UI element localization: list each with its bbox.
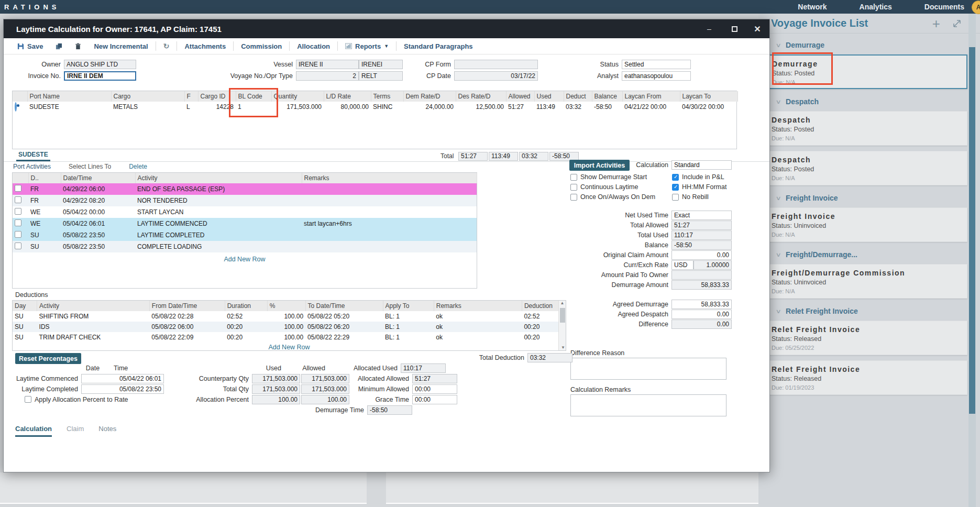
cargo-row[interactable]: SUDESTE METALS L 14228 1 171,503.000 80,…	[13, 102, 737, 112]
save-button[interactable]: Save	[11, 42, 49, 50]
col-f[interactable]: F	[184, 91, 198, 102]
col-laycan-from[interactable]: Laycan From	[622, 91, 680, 102]
deduction-row[interactable]: SUIDS 05/08/22 06:0000:20 100.0005/08/22…	[13, 322, 566, 332]
col-ld-rate[interactable]: L/D Rate	[324, 91, 371, 102]
dialog-titlebar[interactable]: Laytime Calculation for Owner: 17641, AP…	[4, 19, 769, 38]
col-ded-day[interactable]: Day	[13, 301, 37, 311]
sidebar-scrollbar[interactable]	[968, 14, 976, 507]
minimize-button[interactable]: –	[703, 24, 715, 34]
new-incremental-button[interactable]: New Incremental	[87, 42, 154, 50]
group-despatch[interactable]: ∨ Despatch	[758, 94, 980, 109]
grace-time-field[interactable]: 00:00	[412, 395, 457, 404]
nav-analytics[interactable]: Analytics	[860, 3, 892, 11]
activity-row[interactable]: FR 04/29/22 06:00 END OF SEA PASSAGE (ES…	[13, 183, 477, 195]
col-allowed[interactable]: Allowed	[506, 91, 534, 102]
tab-claim[interactable]: Claim	[67, 425, 84, 437]
col-ded-pct[interactable]: %	[267, 301, 305, 311]
col-ded-to[interactable]: To Date/Time	[305, 301, 383, 311]
no-rebill-checkbox[interactable]	[672, 194, 679, 201]
minimum-allowed-field[interactable]: 00:00	[412, 384, 457, 394]
row-checkbox[interactable]	[15, 231, 21, 238]
col-quantity[interactable]: Quantity	[271, 91, 324, 102]
analyst-field[interactable]: eathanasopoulou	[622, 71, 691, 81]
opr-type-field[interactable]: RELT	[359, 71, 403, 81]
allocation-button[interactable]: Allocation	[291, 42, 336, 50]
original-claim-field[interactable]: 0.00	[671, 250, 732, 260]
row-checkbox[interactable]	[15, 185, 21, 192]
invoice-card-despatch-1[interactable]: Despatch Status: Posted Due: N/A	[758, 111, 967, 146]
col-dem-rate[interactable]: Dem Rate/D	[403, 91, 456, 102]
maximize-button[interactable]	[729, 24, 740, 34]
activity-row[interactable]: WE 05/04/22 06:01 LAYTIME COMMENCED star…	[13, 218, 477, 229]
col-ded-activity[interactable]: Activity	[37, 301, 150, 311]
vessel-field[interactable]: IRENE II	[296, 60, 359, 69]
laytime-completed-field[interactable]: 05/08/22 23:50	[81, 384, 164, 394]
invoice-card-freight-demurrage-commission[interactable]: Freight/Demurrage Commission Status: Uni…	[758, 264, 967, 299]
copy-button[interactable]	[49, 43, 69, 50]
col-des-rate[interactable]: Des Rate/D	[456, 91, 506, 102]
port-tab-sudeste[interactable]: SUDESTE	[16, 151, 50, 161]
user-avatar[interactable]: A	[972, 1, 980, 14]
currency-field[interactable]: USD	[671, 260, 693, 270]
col-activity[interactable]: Activity	[135, 173, 302, 183]
expand-icon[interactable]	[952, 18, 962, 31]
nav-network[interactable]: Network	[798, 3, 827, 11]
hhmm-format-checkbox[interactable]	[672, 184, 679, 191]
col-datetime[interactable]: Date/Time	[61, 173, 135, 183]
group-freight-demurrage-commission[interactable]: ∨ Freight/Demurrage...	[758, 247, 980, 262]
show-demurrage-start-checkbox[interactable]	[570, 174, 577, 181]
col-terms[interactable]: Terms	[371, 91, 403, 102]
status-field[interactable]: Settled	[622, 60, 691, 69]
continuous-laytime-checkbox[interactable]	[570, 184, 577, 191]
activity-row[interactable]: SU 05/08/22 23:50 LAYTIME COMPLETED	[13, 229, 477, 241]
commission-button[interactable]: Commission	[235, 42, 288, 50]
calculation-remarks-textarea[interactable]	[570, 394, 726, 416]
col-used[interactable]: Used	[534, 91, 564, 102]
nav-documents[interactable]: Documents	[924, 3, 964, 11]
net-used-time-field[interactable]: Exact	[671, 211, 732, 220]
cp-form-field[interactable]	[454, 60, 538, 69]
activity-row[interactable]: WE 05/04/22 00:00 START LAYCAN	[13, 206, 477, 218]
col-port-name[interactable]: Port Name	[27, 91, 111, 102]
deduction-row[interactable]: SUSHIFTING FROM 05/08/22 02:2802:52 100.…	[13, 311, 566, 322]
row-checkbox[interactable]	[15, 219, 21, 226]
col-day[interactable]: D..	[28, 173, 61, 183]
col-cargo[interactable]: Cargo	[111, 91, 184, 102]
delete-lines-link[interactable]: Delete	[129, 163, 147, 171]
calculation-field[interactable]: Standard	[671, 160, 732, 170]
vessel-code-field[interactable]: IRENEI	[359, 60, 403, 69]
col-remarks[interactable]: Remarks	[302, 173, 477, 183]
laytime-commenced-field[interactable]: 05/04/22 06:01	[81, 374, 164, 383]
deduction-row[interactable]: SUTRIM DRAFT CHECK 05/08/22 22:0900:20 1…	[13, 332, 566, 343]
tab-calculation[interactable]: Calculation	[15, 425, 52, 437]
close-button[interactable]: ✕	[752, 24, 763, 34]
col-balance[interactable]: Balance	[592, 91, 622, 102]
invoice-card-freight[interactable]: Freight Invoice Status: Uninvoiced Due: …	[758, 207, 967, 242]
agreed-demurrage-field[interactable]: 58,833.33	[671, 300, 732, 309]
add-new-row-link[interactable]: Add New Row	[13, 252, 477, 263]
owner-field[interactable]: ANGLO SHIP LTD	[64, 60, 136, 69]
deductions-scrollbar[interactable]: ▲▼	[558, 301, 566, 350]
row-checkbox[interactable]	[15, 243, 21, 249]
exch-rate-field[interactable]: 1.00000	[693, 260, 732, 270]
attachments-button[interactable]: Attachments	[178, 42, 232, 50]
apply-allocation-percent-checkbox[interactable]	[25, 396, 31, 403]
col-ded-apply-to[interactable]: Apply To	[383, 301, 434, 311]
row-checkbox[interactable]	[15, 208, 21, 215]
group-relet-freight-invoice[interactable]: ∨ Relet Freight Invoice	[758, 304, 980, 318]
difference-reason-textarea[interactable]	[570, 358, 726, 380]
activity-row[interactable]: SU 05/08/22 23:50 COMPLETE LOADING	[13, 241, 477, 252]
add-new-deduction-link[interactable]: Add New Row	[13, 343, 566, 351]
select-lines-to-label[interactable]: Select Lines To	[69, 163, 111, 171]
refresh-button[interactable]: ↻	[157, 42, 176, 50]
col-bl-code[interactable]: BL Code	[236, 91, 271, 102]
group-demurrage[interactable]: ∨ Demurrage	[758, 38, 980, 52]
col-ded-from[interactable]: From Date/Time	[149, 301, 225, 311]
reports-button[interactable]: Reports ▼	[339, 42, 395, 50]
standard-paragraphs-button[interactable]: Standard Paragraphs	[398, 42, 479, 50]
agreed-despatch-field[interactable]: 0.00	[671, 310, 732, 319]
activity-row[interactable]: FR 04/29/22 08:20 NOR TENDERED	[13, 195, 477, 206]
row-selected-radio[interactable]	[15, 102, 17, 112]
delete-button[interactable]	[69, 43, 87, 50]
once-on-always-on-dem-checkbox[interactable]	[570, 194, 577, 201]
